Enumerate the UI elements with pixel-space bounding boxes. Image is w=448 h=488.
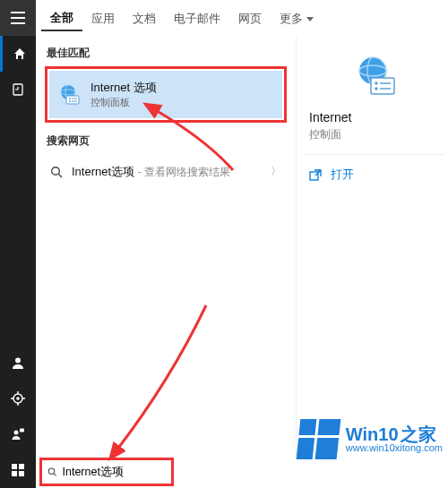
user-icon bbox=[11, 355, 25, 370]
best-match-title: Internet 选项 bbox=[90, 80, 157, 96]
svg-point-31 bbox=[375, 87, 378, 90]
search-icon bbox=[47, 467, 57, 477]
tab-more[interactable]: 更多 bbox=[271, 8, 323, 30]
svg-point-20 bbox=[69, 98, 71, 99]
home-button[interactable] bbox=[0, 36, 36, 72]
svg-point-6 bbox=[16, 397, 20, 400]
svg-rect-2 bbox=[11, 22, 25, 24]
watermark-url: www.win10xitong.com bbox=[346, 443, 443, 453]
document-icon bbox=[11, 82, 25, 97]
start-button[interactable] bbox=[0, 452, 36, 488]
svg-point-11 bbox=[14, 431, 19, 435]
feedback-button[interactable] bbox=[0, 416, 36, 452]
annotation-box-best-match: Internet 选项 控制面板 bbox=[45, 66, 287, 123]
account-button[interactable] bbox=[0, 345, 36, 381]
search-web-header: 搜索网页 bbox=[47, 133, 287, 149]
search-input[interactable] bbox=[63, 466, 167, 478]
results-column: 最佳匹配 Internet 选项 bbox=[36, 37, 296, 488]
menu-button[interactable] bbox=[0, 0, 36, 36]
web-search-query: Internet选项 bbox=[72, 165, 134, 178]
search-icon bbox=[50, 166, 63, 178]
windows-icon bbox=[12, 464, 24, 476]
chevron-down-icon bbox=[306, 17, 314, 21]
annotation-box-search-input bbox=[39, 458, 174, 486]
svg-point-22 bbox=[69, 100, 71, 102]
svg-rect-13 bbox=[12, 464, 17, 469]
open-label: 打开 bbox=[331, 167, 354, 183]
tab-emails[interactable]: 电子邮件 bbox=[165, 8, 229, 30]
search-web-item[interactable]: Internet选项 - 查看网络搜索结果 〉 bbox=[45, 154, 287, 189]
svg-rect-15 bbox=[12, 471, 17, 476]
svg-line-25 bbox=[59, 174, 63, 177]
tab-web[interactable]: 网页 bbox=[229, 8, 271, 30]
svg-rect-14 bbox=[19, 464, 24, 469]
svg-rect-1 bbox=[11, 17, 25, 19]
watermark-brand-en: Win10 bbox=[346, 425, 399, 443]
watermark: Win10 之家 www.win10xitong.com bbox=[298, 419, 443, 459]
watermark-brand-zh: 之家 bbox=[401, 425, 436, 443]
preview-title: Internet bbox=[304, 110, 444, 124]
svg-rect-0 bbox=[11, 12, 25, 13]
preview-internet-options-icon bbox=[353, 55, 396, 98]
tab-apps[interactable]: 应用 bbox=[82, 8, 124, 30]
open-action[interactable]: 打开 bbox=[304, 162, 444, 188]
svg-point-24 bbox=[52, 167, 60, 175]
svg-rect-16 bbox=[19, 471, 24, 476]
person-feedback-icon bbox=[11, 427, 25, 441]
search-bar bbox=[36, 456, 448, 488]
best-match-subtitle: 控制面板 bbox=[90, 96, 157, 109]
preview-subtitle: 控制面 bbox=[304, 128, 444, 141]
hamburger-icon bbox=[11, 12, 25, 24]
svg-line-35 bbox=[54, 474, 56, 476]
search-panel: 全部 应用 文档 电子邮件 网页 更多 最佳匹配 bbox=[36, 0, 448, 488]
gear-icon bbox=[11, 391, 25, 406]
svg-rect-12 bbox=[20, 429, 24, 432]
svg-point-29 bbox=[375, 81, 378, 85]
chevron-right-icon: 〉 bbox=[271, 164, 281, 179]
sidebar bbox=[0, 0, 36, 488]
svg-rect-19 bbox=[66, 96, 79, 104]
divider bbox=[304, 154, 444, 155]
tab-documents[interactable]: 文档 bbox=[124, 8, 165, 30]
windows-logo-icon bbox=[296, 419, 340, 459]
svg-rect-33 bbox=[310, 172, 318, 180]
internet-options-icon bbox=[56, 82, 82, 107]
web-search-hint: - 查看网络搜索结果 bbox=[134, 166, 230, 178]
recent-button[interactable] bbox=[0, 72, 36, 107]
tab-more-label: 更多 bbox=[280, 12, 303, 27]
svg-rect-28 bbox=[371, 78, 394, 94]
home-icon bbox=[13, 47, 27, 61]
tab-all[interactable]: 全部 bbox=[41, 7, 82, 31]
settings-button[interactable] bbox=[0, 381, 36, 416]
open-icon bbox=[309, 169, 322, 182]
svg-point-4 bbox=[15, 358, 21, 364]
best-match-header: 最佳匹配 bbox=[47, 46, 287, 61]
svg-point-34 bbox=[48, 468, 54, 474]
best-match-item[interactable]: Internet 选项 控制面板 bbox=[49, 71, 282, 118]
filter-tabs: 全部 应用 文档 电子邮件 网页 更多 bbox=[36, 0, 448, 37]
